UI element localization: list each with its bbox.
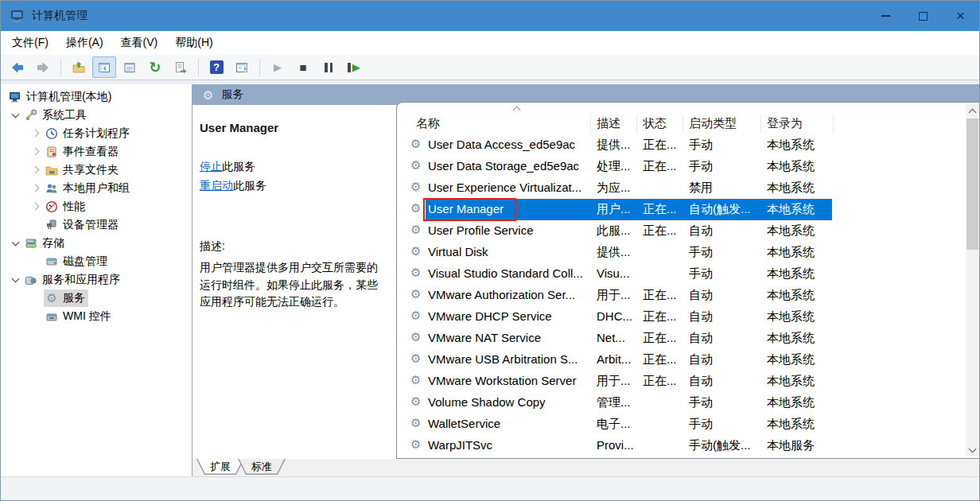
sidebar-item[interactable]: 磁盘管理 [1, 252, 192, 270]
sidebar-item[interactable]: 设备管理器 [1, 216, 192, 234]
back-button[interactable] [6, 56, 29, 78]
view-tab-label: 扩展 [210, 460, 231, 474]
view-tab[interactable]: 标准 [238, 459, 286, 475]
minimize-button[interactable] [867, 1, 904, 31]
service-logon-as: 本地系统 [767, 202, 815, 217]
pause-service-button[interactable] [317, 56, 340, 78]
event-viewer-icon [45, 146, 59, 158]
console-tree-button[interactable] [92, 56, 116, 78]
sidebar-item-label: 存储 [42, 236, 64, 250]
column-header-status[interactable]: 状态 [643, 116, 667, 131]
stop-service-link[interactable]: 停止 [200, 160, 222, 173]
service-startup-type: 自动 [689, 309, 713, 324]
service-startup-type: 自动(触发... [689, 202, 751, 217]
chevron-down-icon[interactable] [7, 278, 23, 282]
help-button[interactable]: ? [204, 56, 228, 78]
service-row[interactable]: ⚙VMware DHCP ServiceDHC...正在...自动本地系统 [397, 306, 965, 328]
stop-service-button[interactable]: ■ [291, 56, 315, 78]
sidebar-item-label: 服务和应用程序 [42, 273, 120, 287]
menu-item[interactable]: 帮助(H) [166, 31, 221, 55]
service-row[interactable]: ⚙User Profile Service此服...正在...自动本地系统 [397, 220, 965, 242]
service-row[interactable]: ⚙VMware Authorization Ser...用于...正在...自动… [397, 285, 965, 306]
sidebar-item[interactable]: WMI 控件 [1, 307, 192, 325]
chevron-right-icon[interactable] [28, 204, 44, 209]
column-header-name[interactable]: 名称 [416, 116, 440, 131]
service-name: User Data Storage_ed5e9ac [428, 159, 579, 173]
tree-item-inner: 磁盘管理 [44, 253, 111, 270]
sidebar-item[interactable]: 系统工具 [1, 106, 192, 124]
menu-item[interactable]: 文件(F) [3, 31, 57, 55]
sidebar-item[interactable]: ⚙服务 [1, 289, 192, 307]
view-tab[interactable]: 扩展 [196, 459, 244, 475]
sidebar-item[interactable]: 存储 [1, 234, 192, 252]
scrollbar-thumb[interactable] [966, 118, 978, 250]
column-header-description[interactable]: 描述 [597, 116, 620, 131]
sidebar-item[interactable]: 事件查看器 [1, 142, 192, 161]
tree-item-inner: 事件查看器 [44, 143, 122, 161]
service-gear-icon: ⚙ [410, 245, 421, 257]
close-button[interactable]: × [942, 1, 979, 31]
chevron-down-icon[interactable] [7, 114, 23, 117]
service-row[interactable]: ⚙Virtual Disk提供...手动本地系统 [397, 242, 965, 263]
service-logon-as: 本地系统 [767, 138, 815, 153]
scroll-down-button[interactable] [966, 443, 979, 456]
up-folder-button[interactable] [67, 56, 91, 78]
help-icon: ? [210, 60, 224, 74]
service-row[interactable]: ⚙Web 账户管理器Web...正在...手动本地系统 [397, 456, 965, 457]
service-row[interactable]: ⚙VMware USB Arbitration S...Arbit...正在..… [397, 349, 965, 371]
action-pane-button[interactable] [230, 56, 254, 78]
maximize-icon [919, 12, 928, 21]
service-status: 正在... [643, 352, 677, 367]
chevron-right-icon[interactable] [28, 130, 44, 136]
service-logon-as: 本地系统 [767, 395, 815, 410]
content-row: User Manager 停止此服务 重启动此服务 描述: 用户管理器提供多用户… [192, 105, 979, 459]
chevron-right-icon[interactable] [28, 149, 44, 154]
forward-button[interactable] [31, 56, 55, 78]
sidebar-item[interactable]: 计算机管理(本地) [1, 87, 192, 106]
tools-icon [24, 109, 38, 122]
sidebar-item[interactable]: 性能 [1, 197, 192, 216]
stop-service-icon: ■ [299, 61, 306, 73]
service-row[interactable]: ⚙User Manager用户...正在...自动(触发...本地系统 [397, 199, 965, 220]
properties-button[interactable] [118, 56, 142, 78]
service-startup-type: 手动 [689, 266, 713, 282]
service-status: 正在... [643, 374, 677, 389]
service-logon-as: 本地系统 [767, 288, 815, 303]
sidebar-item[interactable]: 本地用户和组 [1, 179, 192, 197]
chevron-down-icon[interactable] [7, 242, 23, 245]
start-service-button[interactable]: ▶ [266, 56, 290, 78]
service-name: User Data Access_ed5e9ac [428, 138, 575, 151]
refresh-button[interactable]: ↻ [143, 56, 167, 78]
chevron-right-icon[interactable] [28, 185, 44, 191]
service-row[interactable]: ⚙User Data Storage_ed5e9ac处理...正在...手动本地… [397, 156, 965, 177]
sidebar-item[interactable]: 任务计划程序 [1, 124, 192, 142]
toolbar-separator [259, 59, 260, 76]
service-startup-type: 手动 [689, 245, 713, 260]
sidebar-item[interactable]: 服务和应用程序 [1, 270, 192, 289]
service-row[interactable]: ⚙VMware Workstation Server用于...正在...自动本地… [397, 371, 965, 392]
menu-item[interactable]: 查看(V) [112, 31, 167, 55]
service-name: VMware DHCP Service [428, 309, 552, 323]
column-header-startup-type[interactable]: 启动类型 [689, 116, 737, 131]
menu-item[interactable]: 操作(A) [57, 31, 112, 55]
service-row[interactable]: ⚙WarpJITSvcProvi...手动(触发...本地服务 [397, 435, 965, 456]
restart-service-button[interactable]: ▶ [342, 56, 366, 78]
main-area: 计算机管理(本地)系统工具任务计划程序事件查看器共享文件夹本地用户和组性能设备管… [1, 80, 979, 476]
service-startup-type: 自动 [689, 288, 713, 303]
service-row[interactable]: ⚙VMware NAT ServiceNet...正在...自动本地系统 [397, 328, 965, 349]
sidebar-item[interactable]: 共享文件夹 [1, 161, 192, 179]
maximize-button[interactable] [904, 1, 942, 31]
back-icon [11, 61, 24, 74]
scroll-up-button[interactable] [966, 104, 979, 118]
export-list-button[interactable] [169, 56, 192, 78]
tree-item-inner: 性能 [44, 198, 88, 216]
chevron-right-icon[interactable] [28, 167, 44, 173]
service-row[interactable]: ⚙WalletService电子...手动本地系统 [397, 414, 965, 435]
service-row[interactable]: ⚙Visual Studio Standard Coll...Visu...手动… [397, 263, 965, 285]
service-row[interactable]: ⚙User Experience Virtualizat...为应...禁用本地… [397, 177, 965, 199]
service-row[interactable]: ⚙Volume Shadow Copy管理...手动本地系统 [397, 392, 965, 414]
restart-service-link[interactable]: 重启动 [200, 179, 233, 192]
column-header-logon-as[interactable]: 登录为 [767, 116, 803, 131]
vertical-scrollbar[interactable] [966, 104, 979, 456]
service-row[interactable]: ⚙User Data Access_ed5e9ac提供...正在...手动本地系… [397, 134, 965, 156]
